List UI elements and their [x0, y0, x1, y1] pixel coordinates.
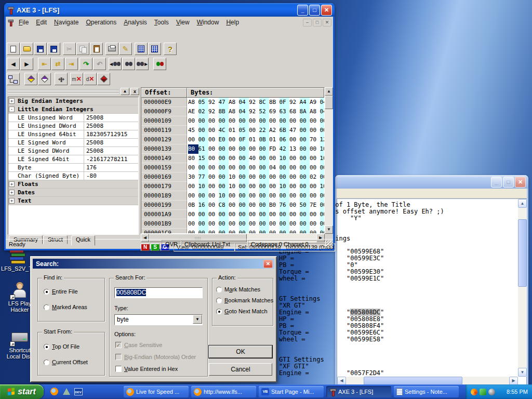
menu-file[interactable]: File	[15, 18, 32, 27]
hex-vscroll-thumb[interactable]	[325, 96, 333, 109]
hex-row[interactable]: 000000F9AE02928BA80492526963688AA804	[141, 107, 324, 116]
hex-row[interactable]: 000000E9A8059247A804928C8B0F92A4A904	[141, 98, 324, 107]
taskbar-button-5[interactable]: Settings - Note...	[394, 386, 459, 397]
start-from-radio-current-offset[interactable]: Current Offset	[44, 359, 88, 365]
start-button[interactable]: start	[0, 384, 44, 399]
axe-maximize-button[interactable]: □	[309, 5, 320, 16]
search-dialog-close-button[interactable]: ✕	[263, 260, 273, 268]
open-file-button[interactable]	[20, 43, 33, 55]
inspector-value-row[interactable]: LE Signed Word25008	[8, 139, 138, 147]
inspector-value-row[interactable]: LE Signed 64bit-21617278211	[8, 155, 138, 164]
hex-row[interactable]: 000001194500004C01050022A26B47000000	[141, 126, 324, 135]
inspector-value-row[interactable]: LE Unsigned 64bit182305712915	[8, 130, 138, 139]
menu-view[interactable]: View	[172, 18, 193, 27]
mdi-close-button[interactable]: ✕	[323, 19, 331, 26]
tab-quick[interactable]: Quick	[71, 235, 95, 246]
notepad-scroll-up-button[interactable]: ▲	[518, 199, 527, 208]
find-in-radio-entire-file[interactable]: Entire File	[44, 288, 78, 295]
tray-swirl-icon[interactable]	[471, 389, 477, 395]
hex-row[interactable]: 000001498015000000004000001000000010	[141, 154, 324, 163]
quicklaunch-triangle-app[interactable]	[62, 387, 71, 396]
action-radio-mark-matches[interactable]: Mark Matches	[216, 286, 260, 292]
hex-row[interactable]: 00000139B061000000000000FD4213000010	[141, 144, 324, 154]
hex-row[interactable]: 000001C90000000000000000000000000000	[141, 229, 324, 234]
tray-gray-icon[interactable]	[488, 389, 495, 395]
print-button[interactable]	[105, 43, 118, 55]
quicklaunch-firefox[interactable]	[50, 387, 59, 396]
search-input[interactable]: 005808DC	[114, 287, 203, 298]
hex-scroll-down-button[interactable]: ▼	[325, 225, 333, 234]
hex-row[interactable]: 000001990B1600C800000000B07600507E00	[141, 201, 324, 210]
inspector-group-row[interactable]: -Little Endian Integers	[8, 105, 138, 114]
paste-button[interactable]	[90, 43, 103, 55]
jump-swap-button[interactable]: ⇄	[51, 58, 64, 70]
mdi-restore-button[interactable]: □	[313, 19, 322, 26]
mdi-minimize-button[interactable]: –	[303, 19, 312, 26]
shield-purple-white-button[interactable]	[38, 73, 51, 85]
bytes-column-header[interactable]: Bytes:	[187, 88, 324, 98]
hex-row[interactable]: 00000129000000E0000F010B010600007012	[141, 135, 324, 144]
offset-column-header[interactable]: Offset:	[141, 88, 187, 98]
structure-viewer-button[interactable]	[7, 73, 20, 85]
inspector-group-row[interactable]: +Big Endian Integers	[8, 97, 138, 105]
checkbox-value-entered-in-hex[interactable]: Value Entered in Hex	[115, 366, 178, 372]
taskbar-button-2[interactable]: http://www.lfs...	[191, 386, 256, 397]
menu-window[interactable]: Window	[193, 18, 223, 27]
hex-scroll-up-button[interactable]: ▲	[325, 87, 333, 96]
shield-red-button[interactable]	[97, 73, 110, 85]
notepad-scroll-right-button[interactable]: ▶	[509, 377, 518, 385]
unlock-button[interactable]: ↷	[79, 58, 92, 70]
find-next-button[interactable]: ▶	[136, 58, 149, 70]
edit-pen-button[interactable]: ✎	[119, 43, 132, 55]
data-delete-button[interactable]: d✕	[84, 73, 97, 85]
forward-button[interactable]: ▶	[20, 58, 33, 70]
type-dropdown-arrow[interactable]: ▼	[193, 315, 202, 324]
hex-row[interactable]: 000001590000000000000000040000000000	[141, 163, 324, 172]
inspector-close-button[interactable]: x	[130, 88, 139, 95]
mark-delete-button[interactable]: m✕	[70, 73, 83, 85]
converter-button[interactable]	[148, 43, 161, 55]
inspector-collapse-button[interactable]: ▲	[121, 88, 129, 95]
jump-back-button[interactable]: ⇤	[38, 58, 51, 70]
hex-row[interactable]: 000001090000000000000000000000000000	[141, 116, 324, 126]
copy-button[interactable]	[76, 43, 89, 55]
inspector-value-row[interactable]: LE Unsigned DWord25008	[8, 122, 138, 130]
calculator-button[interactable]	[135, 43, 148, 55]
notepad-scroll-left-button[interactable]: ◀	[337, 377, 346, 385]
inspector-group-row[interactable]: +Text	[8, 197, 138, 205]
inspector-value-row[interactable]: LE Signed DWord25008	[8, 147, 138, 155]
find-button[interactable]	[122, 58, 135, 70]
hex-row[interactable]: 000001A90000000000000000000000000000	[141, 210, 324, 219]
hex-row[interactable]: 000001693077000010000000000000000200	[141, 172, 324, 182]
taskbar-button-4[interactable]: AXE 3 - [LFS]	[326, 386, 391, 397]
start-from-radio-top-of-file[interactable]: Top Of File	[44, 343, 79, 350]
axe-minimize-button[interactable]: _	[297, 5, 308, 16]
action-radio-bookmark-matches[interactable]: Bookmark Matches	[216, 297, 273, 303]
shield-purple-yellow-button[interactable]	[24, 73, 37, 85]
back-button[interactable]: ◀	[7, 58, 20, 70]
taskbar-button-1[interactable]: Live for Speed ...	[124, 386, 189, 397]
menu-operations[interactable]: Operations	[82, 18, 120, 27]
find-special-button[interactable]	[153, 58, 166, 70]
save-button[interactable]	[34, 43, 47, 55]
notepad-vscroll-thumb[interactable]	[518, 219, 527, 287]
taskbar-button-3[interactable]: VBStart Page - Mi...	[259, 386, 324, 397]
type-dropdown[interactable]: byte ▼	[114, 314, 203, 325]
find-previous-button[interactable]: ◀	[109, 58, 122, 70]
menu-help[interactable]: Help	[222, 18, 243, 27]
inspector-value-row[interactable]: Byte176	[8, 164, 138, 172]
search-dialog-titlebar[interactable]: Search: ✕	[33, 259, 274, 269]
lock-button[interactable]: ↶	[93, 58, 106, 70]
save-all-button[interactable]	[47, 43, 60, 55]
split-view-button[interactable]: +||+	[55, 73, 68, 85]
quicklaunch-dev[interactable]: DEV	[74, 387, 83, 396]
inspector-group-row[interactable]: +Floats	[8, 180, 138, 189]
menu-navigate[interactable]: Navigate	[50, 18, 82, 27]
action-radio-goto-next-match[interactable]: Goto Next Match	[216, 308, 268, 314]
axe-titlebar[interactable]: AXE 3 - [LFS] _ □ ✕	[4, 3, 335, 17]
notepad-maximize-button[interactable]: □	[503, 177, 514, 188]
find-in-radio-marked-areas[interactable]: Marked Areas	[44, 304, 87, 310]
jump-forward-button[interactable]: ⇥	[65, 58, 78, 70]
menu-analysis[interactable]: Analysis	[120, 18, 151, 27]
inspector-group-row[interactable]: +Dates	[8, 189, 138, 197]
